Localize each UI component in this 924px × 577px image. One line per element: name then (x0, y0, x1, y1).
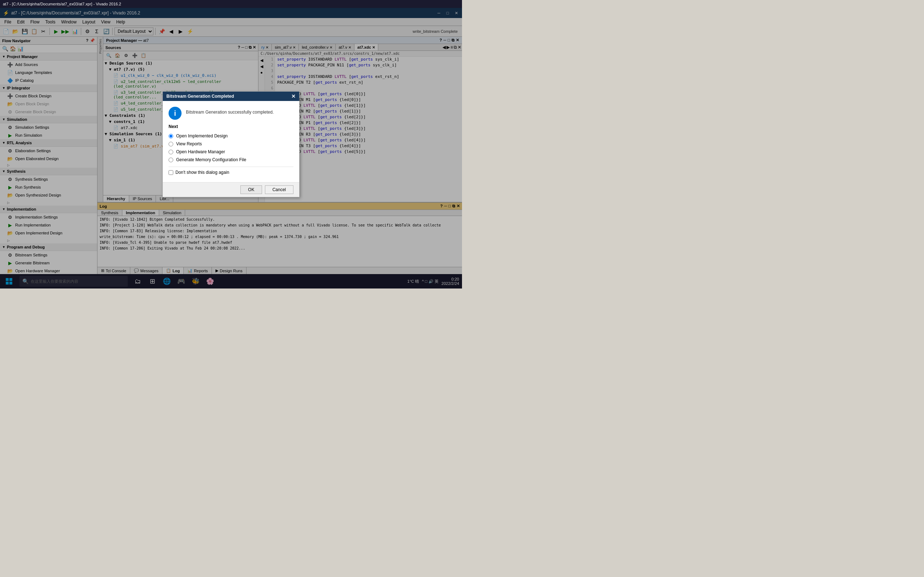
modal-option-label-4: Generate Memory Configuration File (176, 157, 246, 162)
os-title: at7 - [C:/Users/qinha/Documents/at7_ex03… (3, 2, 121, 6)
modal-title-bar: Bitstream Generation Completed ✕ (163, 92, 299, 101)
modal-overlay: Bitstream Generation Completed ✕ i Bitst… (0, 0, 462, 288)
bitstream-completion-modal: Bitstream Generation Completed ✕ i Bitst… (162, 91, 300, 197)
modal-title-text: Bitstream Generation Completed (166, 94, 234, 99)
modal-dont-show-checkbox[interactable] (168, 170, 173, 175)
modal-icon-row: i Bitstream Generation successfully comp… (168, 107, 294, 120)
modal-option-label-2: View Reports (176, 141, 202, 147)
modal-body: i Bitstream Generation successfully comp… (163, 101, 299, 182)
modal-option-1[interactable]: Open Implemented Design (168, 132, 294, 140)
modal-radio-4[interactable] (168, 158, 173, 162)
modal-radio-2[interactable] (168, 142, 173, 147)
modal-next-label: Next (168, 124, 294, 129)
modal-option-label-1: Open Implemented Design (176, 134, 228, 139)
modal-ok-button[interactable]: OK (241, 185, 262, 194)
modal-radio-3[interactable] (168, 150, 173, 154)
modal-option-3[interactable]: Open Hardware Manager (168, 148, 294, 156)
modal-info-icon: i (168, 107, 181, 120)
modal-radio-1[interactable] (168, 134, 173, 139)
modal-close-button[interactable]: ✕ (291, 93, 296, 99)
modal-option-label-3: Open Hardware Manager (176, 149, 225, 154)
modal-dont-show-label: Don't show this dialog again (175, 170, 229, 175)
modal-cancel-button[interactable]: Cancel (265, 185, 294, 194)
modal-checkbox-row[interactable]: Don't show this dialog again (168, 167, 294, 176)
modal-option-4[interactable]: Generate Memory Configuration File (168, 156, 294, 164)
modal-option-2[interactable]: View Reports (168, 140, 294, 148)
modal-buttons: OK Cancel (163, 182, 299, 197)
modal-message: Bitstream Generation successfully comple… (186, 107, 274, 115)
